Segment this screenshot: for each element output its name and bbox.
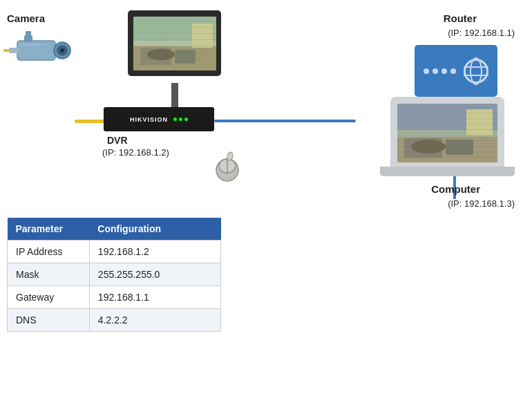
monitor-frame xyxy=(128,10,221,76)
network-diagram: Camera xyxy=(0,0,532,214)
table-cell-param: IP Address xyxy=(8,241,90,263)
dvr-label: DVR xyxy=(107,135,128,146)
svg-rect-4 xyxy=(9,48,19,53)
table-cell-param: Mask xyxy=(8,263,90,286)
svg-rect-7 xyxy=(26,31,31,37)
config-table: Parameter Configuration IP Address192.16… xyxy=(7,218,221,332)
svg-rect-5 xyxy=(3,49,9,52)
svg-rect-25 xyxy=(466,109,493,135)
router-label: Router xyxy=(444,12,477,24)
dvr-light-2 xyxy=(179,118,182,121)
table-body: IP Address192.168.1.2Mask255.255.255.0Ga… xyxy=(8,241,221,332)
table-row: IP Address192.168.1.2 xyxy=(8,241,221,263)
monitor-screen xyxy=(133,17,216,71)
svg-rect-9 xyxy=(133,17,216,71)
col-param-header: Parameter xyxy=(8,218,90,241)
table-cell-param: DNS xyxy=(8,309,90,332)
camera-label: Camera xyxy=(7,12,45,24)
svg-rect-14 xyxy=(192,24,213,48)
laptop-base xyxy=(380,167,515,176)
camera-icon xyxy=(3,31,73,69)
table-row: Gateway192.168.1.1 xyxy=(8,286,221,309)
svg-point-26 xyxy=(411,140,446,153)
router-dot-1 xyxy=(424,68,429,74)
router-dot-2 xyxy=(433,68,438,74)
router-dot-4 xyxy=(450,68,456,74)
router-dots xyxy=(424,68,456,74)
router-globe-icon xyxy=(464,59,488,84)
svg-rect-20 xyxy=(397,104,497,162)
svg-rect-12 xyxy=(175,50,196,64)
svg-rect-11 xyxy=(140,48,171,65)
dvr-light-1 xyxy=(173,118,177,121)
router-dot-3 xyxy=(441,68,447,74)
config-table-container: Parameter Configuration IP Address192.16… xyxy=(7,218,221,332)
laptop-screen xyxy=(397,104,497,162)
table-header-row: Parameter Configuration xyxy=(8,218,221,241)
laptop-frame xyxy=(390,97,504,169)
svg-point-15 xyxy=(147,49,175,60)
wire-dvr-router xyxy=(214,120,356,122)
table-cell-config: 192.168.1.2 xyxy=(89,241,220,263)
dvr-lights xyxy=(173,118,188,121)
svg-rect-21 xyxy=(397,135,497,162)
dvr-device: HIKVISION xyxy=(104,107,214,131)
mouse-icon xyxy=(211,151,244,182)
table-cell-config: 255.255.255.0 xyxy=(89,263,220,286)
computer-label: Computer xyxy=(431,183,480,195)
table-row: DNS4.2.2.2 xyxy=(8,309,221,332)
svg-rect-22 xyxy=(404,138,442,158)
table-cell-config: 4.2.2.2 xyxy=(89,309,220,332)
table-row: Mask255.255.255.0 xyxy=(8,263,221,286)
col-config-header: Configuration xyxy=(89,218,220,241)
svg-rect-10 xyxy=(133,44,216,71)
svg-rect-23 xyxy=(446,140,473,155)
svg-rect-8 xyxy=(19,44,46,46)
svg-rect-13 xyxy=(133,41,216,46)
dvr-light-3 xyxy=(184,118,188,121)
table-cell-param: Gateway xyxy=(8,286,90,309)
dvr-brand-label: HIKVISION xyxy=(130,116,168,123)
svg-point-3 xyxy=(60,48,64,53)
router-ip-label: (IP: 192.168.1.1) xyxy=(448,28,515,38)
dvr-ip-label: (IP: 192.168.1.2) xyxy=(102,147,169,158)
computer-ip-label: (IP: 192.168.1.3) xyxy=(448,198,515,209)
router-device xyxy=(415,45,497,97)
svg-rect-24 xyxy=(397,130,497,137)
table-cell-config: 192.168.1.1 xyxy=(89,286,220,309)
